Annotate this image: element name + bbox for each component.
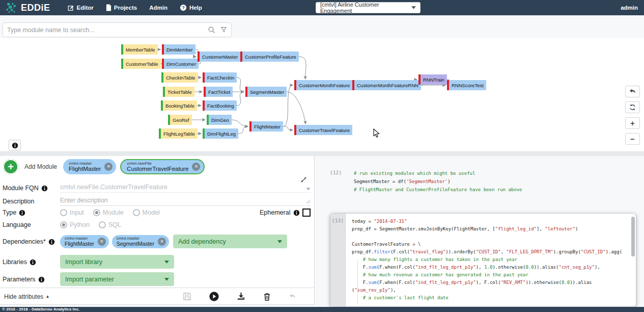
hide-attributes-toggle[interactable]: Hide attributes ▲ [4,293,49,300]
graph-node-FactTicket[interactable]: FactTicket [204,87,233,97]
graph-node-FlightMaster[interactable]: FlightMaster [249,121,283,132]
graph-node-DimFlightLeg[interactable]: DimFlightLeg [203,128,238,139]
import-library-label: Import library [65,258,102,266]
scrollbar-thumb[interactable] [631,217,635,256]
resize-handle-icon[interactable] [306,199,311,204]
nav-item-help[interactable]: ?Help [180,4,202,11]
graph-node-FlightLegTable[interactable]: FlightLegTable [159,128,198,139]
code-cell-13[interactable]: [13] today = "2014-07-31"prep_df = Segme… [330,213,636,307]
module-pill-SegmentMaster[interactable]: cmtvl.masterSegmentMaster× [112,235,169,248]
code-line: ("sum_rev_p1y"), [352,287,630,294]
nav-item-admin[interactable]: Admin [149,5,167,11]
code-token: F. [352,265,369,270]
graph-node-CustomerProfileFeature[interactable]: CustomerProfileFeature [240,51,299,62]
close-icon[interactable]: × [192,163,200,171]
code-token: "flight_leg_id" [495,226,537,231]
close-icon[interactable]: × [98,238,106,246]
graph-edge-CustomerProfileFeature-CustomerMonthFeature [299,57,306,79]
code-panel[interactable]: [12] # run existing modules which might … [315,156,644,307]
pill-namespace: cmtvl.master [117,236,154,241]
radio-language-sql[interactable]: SQL [99,221,121,228]
code-line: # how much revenue a customer has genera… [352,271,630,279]
graph-node-DimGeo[interactable]: DimGeo [207,115,232,125]
undo-button[interactable] [625,86,640,97]
graph-node-BookingTable[interactable]: BookingTable [161,100,197,111]
radio-type-model[interactable]: Model [133,209,160,216]
close-icon[interactable]: × [158,238,166,246]
node-label: BookingTable [163,100,197,111]
import-parameter-dropdown[interactable]: Import parameter [60,272,174,286]
graph-node-DimCustomer[interactable]: DimCustomer [162,59,199,69]
zoom-in-button[interactable]: + [625,117,640,129]
search-icon[interactable] [208,26,215,34]
code-line [352,233,630,241]
refresh-button[interactable] [625,101,640,113]
import-library-dropdown[interactable]: Import library [60,255,174,269]
cell-label: [12] [330,169,354,194]
code-token: prep_df. [352,249,374,254]
radio-dot [60,221,67,228]
graph-node-CustomerTravelFeature[interactable]: CustomerTravelFeature [294,125,352,135]
chevron-down-icon [277,240,282,243]
code-token: (F.when(F.col( [377,280,415,285]
graph-node-RNNTrain[interactable]: RNNTrain [418,74,447,85]
graph-node-DimMember[interactable]: DimMember [162,44,195,55]
radio-type-module[interactable]: Module [93,209,124,216]
nav-item-editor[interactable]: Editor [68,5,94,11]
module-pill-CustomerTravelFeature[interactable]: cmtvl.newFileCustomerTravelFeature× [120,159,205,174]
search-input[interactable] [7,27,208,34]
graph-node-FactBooking[interactable]: FactBooking [203,100,237,111]
graph-canvas[interactable]: +− MemberTableDimMemberCustomerTableDimC… [0,38,644,152]
ephemeral-checkbox[interactable] [302,209,311,217]
code-cell-12[interactable]: [12] # run existing modules which might … [330,169,522,194]
graph-node-TicketTable[interactable]: TicketTable [163,87,194,97]
filter-icon[interactable] [220,27,227,33]
add-dependency-dropdown[interactable]: Add dependency [173,235,287,248]
code-token: # run existing modules which might be us… [354,171,475,176]
radio-dot [60,209,67,216]
graph-node-FactCheckIn[interactable]: FactCheckIn [203,72,237,83]
code-token: "CUST_ID" [581,249,606,254]
module-pill-FlightMaster[interactable]: cmtvl.masterFlightMaster× [60,235,109,248]
module-fqn-select[interactable]: cmtvl.newFile.CustomerTravelFeature [60,184,311,193]
nav-item-projects[interactable]: Projects [106,4,137,11]
graph-node-SegmentMaster[interactable]: SegmentMaster [245,87,287,97]
graph-node-CustomerMonthFeature[interactable]: CustomerMonthFeature [294,80,352,90]
add-module-button[interactable]: + [3,159,18,174]
cell-code[interactable]: # run existing modules which might be us… [354,169,522,194]
user-label[interactable]: admin [621,5,638,11]
nav-item-label: Projects [114,5,137,11]
delete-button[interactable] [263,292,271,301]
graph-node-CheckInTable[interactable]: CheckInTable [161,72,198,83]
cell-code[interactable]: today = "2014-07-31"prep_df = SegmentMas… [352,218,630,302]
code-token: ).agg( [606,249,623,254]
project-selector[interactable]: [cmtvl] Airline Customer Engagement [316,2,421,13]
zoom-out-button[interactable]: − [625,133,640,145]
graph-node-CustomerTable[interactable]: CustomerTable [121,59,161,69]
expand-panel-icon[interactable] [300,176,307,183]
code-token: # a customer's last flight date [363,295,449,300]
code-token: ) [447,179,450,184]
graph-node-MemberTable[interactable]: MemberTable [121,44,158,55]
code-token: "travel_flag" [410,249,445,254]
code-line: F.sum(F.when(F.col("ind_flt_leg_dprt_p1y… [352,279,630,287]
radio-language-python[interactable]: Python [60,221,90,228]
graph-node-GeoRef[interactable]: GeoRef [168,115,192,125]
radio-type-input[interactable]: Input [60,209,84,216]
code-token: # how much revenue a customer has genera… [363,272,528,277]
graph-node-RNNScoreTest[interactable]: RNNScoreTest [447,80,486,90]
node-label: SegmentMaster [247,87,287,97]
code-token: "ind_flt_leg_dprt_p1y" [415,265,476,270]
canvas-info-button[interactable] [9,140,21,151]
code-token: CustomerTravelFeature = \ [352,242,421,247]
code-token: "REV_AMT" [501,280,526,285]
export-button[interactable] [236,292,246,301]
app-title: EDDiE [21,3,50,13]
code-token: 0.0 [562,280,570,285]
module-pill-FlightMaster[interactable]: cmtvl.masterFlightMaster× [63,159,116,174]
run-button[interactable] [209,291,219,302]
description-input[interactable]: Enter description [60,197,311,206]
close-icon[interactable]: × [104,163,113,171]
graph-node-CustomerMonthFeatureRNN[interactable]: CustomerMonthFeatureRNN [352,80,421,90]
graph-node-CustomerMaster[interactable]: CustomerMaster [198,51,240,62]
